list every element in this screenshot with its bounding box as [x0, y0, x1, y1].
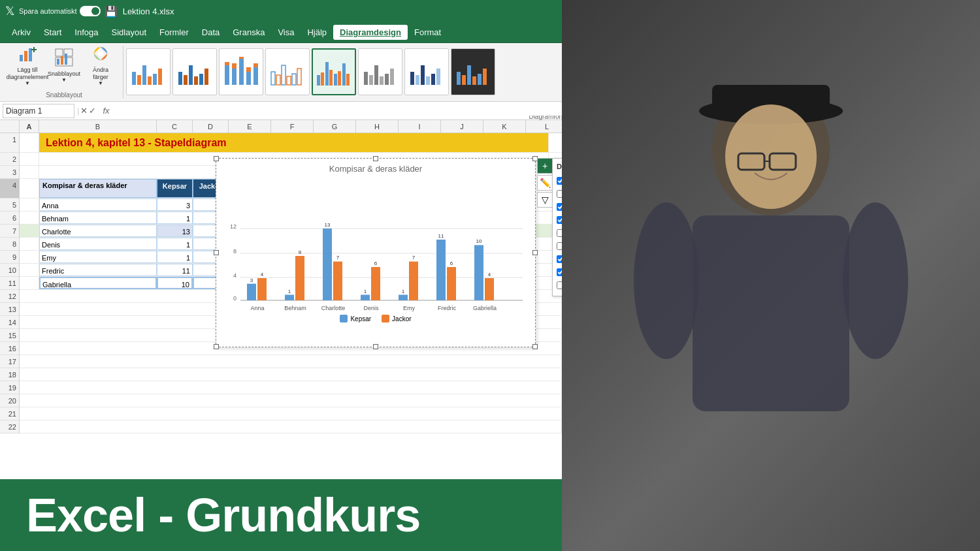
row-num-20: 20 — [0, 394, 19, 407]
cell-empty-21[interactable] — [20, 407, 562, 420]
svg-rect-63 — [467, 65, 471, 85]
change-colors-icon — [91, 44, 110, 67]
cell-b11-gabriella[interactable]: Gabriella — [39, 277, 157, 289]
chart-style-6[interactable] — [358, 48, 402, 95]
col-header-h[interactable]: H — [356, 120, 399, 133]
cell-c11[interactable]: 10 — [157, 277, 193, 289]
col-header-c[interactable]: C — [157, 120, 193, 133]
menu-item-granska[interactable]: Granska — [226, 25, 271, 40]
chart-container[interactable]: Kompisar & deras kläder 0 4 8 12 3 4 Ann… — [216, 158, 536, 347]
menu-item-format[interactable]: Format — [408, 25, 448, 40]
cell-a6[interactable] — [20, 212, 39, 224]
handle-top-left[interactable] — [214, 156, 219, 161]
col-header-k[interactable]: K — [483, 120, 526, 133]
cell-b4-header[interactable]: Kompisar & deras kläder — [39, 179, 157, 198]
ribbon-btn-andra-farger[interactable]: Ändrafärger ▼ — [84, 46, 118, 85]
cell-empty-17[interactable] — [20, 355, 562, 368]
cell-empty-18[interactable] — [20, 368, 562, 381]
row-num-7: 7 — [0, 225, 19, 238]
cell-empty-20[interactable] — [20, 394, 562, 407]
menu-item-sidlayout[interactable]: Sidlayout — [105, 25, 153, 40]
cell-a3[interactable] — [20, 166, 39, 178]
cell-c4-header[interactable]: Kepsar — [157, 179, 193, 198]
cell-c6[interactable]: 1 — [157, 212, 193, 224]
chart-style-5-selected[interactable] — [312, 48, 356, 95]
menu-item-start[interactable]: Start — [37, 25, 68, 40]
svg-rect-25 — [225, 65, 229, 85]
cell-c10[interactable]: 11 — [157, 264, 193, 276]
cell-b5-anna[interactable]: Anna — [39, 198, 157, 211]
chart-style-3[interactable] — [219, 48, 263, 95]
save-icon[interactable]: 💾 — [105, 5, 118, 18]
cell-a2[interactable] — [20, 153, 39, 165]
chart-panel-icon-buttons: + ✏️ ▽ — [537, 158, 553, 208]
handle-top-mid[interactable] — [373, 156, 378, 161]
menu-item-hjalp[interactable]: Hjälp — [301, 25, 333, 40]
cell-b6-behnam[interactable]: Behnam — [39, 212, 157, 224]
handle-mid-left[interactable] — [214, 250, 219, 255]
cell-b10-fredric[interactable]: Fredric — [39, 264, 157, 276]
formula-cancel-icon[interactable]: ✕ — [80, 106, 88, 116]
cell-b7-charlotte[interactable]: Charlotte — [39, 225, 157, 237]
col-header-e[interactable]: E — [229, 120, 271, 133]
col-header-d[interactable]: D — [193, 120, 229, 133]
legend-kepsar-color — [340, 315, 348, 323]
row-num-16: 16 — [0, 342, 19, 355]
svg-rect-83 — [295, 256, 304, 300]
col-header-j[interactable]: J — [441, 120, 483, 133]
menu-item-diagramdesign[interactable]: Diagramdesign — [333, 25, 408, 40]
handle-bot-mid[interactable] — [373, 344, 378, 349]
svg-rect-10 — [65, 54, 67, 65]
col-header-a[interactable]: A — [20, 120, 39, 133]
cell-c9[interactable]: 1 — [157, 251, 193, 263]
add-element-button[interactable]: + — [537, 158, 553, 174]
handle-bot-left[interactable] — [214, 344, 219, 349]
chart-style-8[interactable] — [451, 48, 495, 95]
ribbon-btn-snabblayout[interactable]: Snabblayout ▼ — [47, 46, 81, 85]
cell-a11[interactable] — [20, 277, 39, 289]
svg-rect-28 — [232, 63, 237, 69]
svg-text:Fredric: Fredric — [438, 305, 457, 311]
cell-b9-emy[interactable]: Emy — [39, 251, 157, 263]
name-box[interactable]: Diagram 1 — [3, 104, 74, 118]
row-num-11: 11 — [0, 277, 19, 290]
chart-style-7[interactable] — [404, 48, 449, 95]
svg-text:12: 12 — [230, 223, 237, 230]
menu-item-visa[interactable]: Visa — [271, 25, 301, 40]
menu-item-infoga[interactable]: Infoga — [68, 25, 105, 40]
chart-style-1[interactable] — [126, 48, 171, 95]
cell-c5[interactable]: 3 — [157, 198, 193, 211]
cell-empty-22[interactable] — [20, 420, 562, 433]
col-header-b[interactable]: B — [39, 120, 157, 133]
cell-a8[interactable] — [20, 238, 39, 250]
chart-style-4[interactable] — [265, 48, 310, 95]
col-header-g[interactable]: G — [314, 120, 356, 133]
cell-c7[interactable]: 13 — [157, 225, 193, 237]
autosave-toggle[interactable] — [80, 6, 101, 16]
menu-item-arkiv[interactable]: Arkiv — [5, 25, 37, 40]
menu-item-data[interactable]: Data — [195, 25, 226, 40]
menu-item-formler[interactable]: Formler — [153, 25, 195, 40]
ribbon-btn-lagg-till[interactable]: Lägg tilldiagramelement ▼ — [10, 46, 44, 85]
style-brush-button[interactable]: ✏️ — [537, 175, 553, 191]
cell-a1[interactable] — [20, 133, 39, 152]
cell-a9[interactable] — [20, 251, 39, 263]
cell-a5[interactable] — [20, 198, 39, 211]
cell-empty-19[interactable] — [20, 381, 562, 394]
cell-b8-denis[interactable]: Denis — [39, 238, 157, 250]
handle-bot-right[interactable] — [532, 344, 538, 349]
col-header-f[interactable]: F — [271, 120, 314, 133]
svg-text:1: 1 — [364, 289, 367, 294]
handle-mid-right[interactable] — [532, 250, 538, 255]
formula-confirm-icon[interactable]: ✓ — [89, 106, 96, 116]
cell-a10[interactable] — [20, 264, 39, 276]
filter-button[interactable]: ▽ — [537, 192, 553, 208]
cell-a7[interactable] — [20, 225, 39, 237]
row-num-5: 5 — [0, 198, 19, 212]
svg-rect-64 — [472, 76, 476, 85]
cell-a4[interactable] — [20, 179, 39, 198]
chart-style-2[interactable] — [172, 48, 217, 95]
col-header-i[interactable]: I — [399, 120, 441, 133]
svg-rect-29 — [239, 59, 244, 85]
cell-c8[interactable]: 1 — [157, 238, 193, 250]
